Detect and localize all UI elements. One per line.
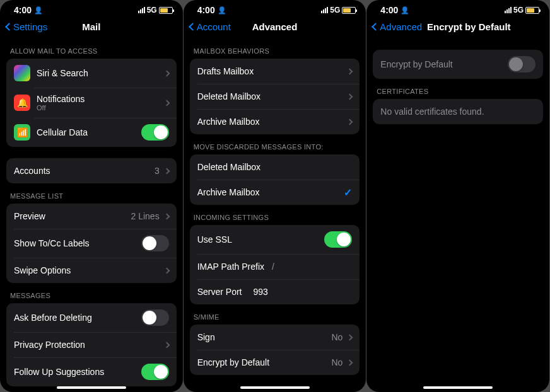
row-label: Sign	[197, 332, 332, 342]
row-label: Privacy Protection	[14, 340, 162, 350]
section-certificates: CERTIFICATES	[366, 79, 549, 99]
row-imap-prefix[interactable]: IMAP Path Prefix /	[190, 254, 360, 279]
back-label: Advanced	[380, 21, 422, 32]
row-follow-up[interactable]: Follow Up Suggestions	[6, 357, 177, 386]
row-label: Accounts	[14, 166, 155, 176]
section-discarded: MOVE DISCARDED MESSAGES INTO:	[184, 134, 366, 154]
advanced-settings-screen: 4:00 👤 5G Account Advanced MAILBOX BEHAV…	[184, 0, 366, 392]
section-incoming: INCOMING SETTINGS	[184, 205, 366, 225]
ssl-toggle[interactable]	[324, 231, 352, 248]
checkmark-icon: ✓	[344, 187, 352, 199]
row-value: /	[272, 262, 274, 272]
home-indicator[interactable]	[57, 386, 126, 389]
row-value: No	[331, 357, 342, 367]
row-label: Deleted Mailbox	[197, 162, 353, 172]
row-encrypt-default[interactable]: Encrypt by Default	[373, 50, 543, 79]
row-accounts[interactable]: Accounts 3	[6, 158, 177, 183]
nav-bar: Advanced Encrypt by Default	[366, 18, 549, 38]
network-label: 5G	[330, 6, 340, 14]
row-drafts-mailbox[interactable]: Drafts Mailbox	[190, 59, 360, 84]
battery-icon	[525, 7, 539, 14]
status-bar: 4:00 👤 5G	[0, 0, 183, 18]
back-label: Account	[197, 21, 231, 32]
home-indicator[interactable]	[423, 386, 493, 389]
back-button[interactable]: Settings	[6, 21, 47, 32]
row-option-deleted[interactable]: Deleted Mailbox	[190, 154, 360, 180]
chevron-left-icon	[5, 23, 13, 31]
row-encrypt-default[interactable]: Encrypt by Default No	[190, 350, 360, 375]
chevron-right-icon	[163, 342, 170, 348]
row-deleted-mailbox[interactable]: Deleted Mailbox	[190, 84, 360, 109]
section-mailbox-behaviors: MAILBOX BEHAVIORS	[184, 38, 366, 59]
status-time: 4:00	[197, 5, 215, 15]
chevron-right-icon	[347, 118, 353, 125]
chevron-right-icon	[347, 68, 353, 74]
mail-settings-screen: 4:00 👤 5G Settings Mail ALLOW MAIL TO AC…	[0, 0, 183, 392]
row-cellular-data[interactable]: 📶 Cellular Data	[6, 118, 177, 147]
status-time: 4:00	[380, 5, 398, 15]
show-tocc-toggle[interactable]	[141, 235, 169, 251]
row-label: Preview	[14, 211, 131, 221]
section-allow-access: ALLOW MAIL TO ACCESS	[0, 38, 183, 59]
signal-icon	[505, 7, 512, 13]
row-label: Encrypt by Default	[197, 357, 332, 367]
row-preview[interactable]: Preview 2 Lines	[6, 204, 177, 229]
row-archive-mailbox[interactable]: Archive Mailbox	[190, 109, 360, 134]
row-server-port[interactable]: Server Port 993	[190, 279, 360, 304]
siri-icon	[14, 65, 30, 81]
battery-icon	[342, 7, 356, 14]
back-button[interactable]: Advanced	[373, 21, 422, 32]
row-label: Cellular Data	[37, 127, 141, 137]
profile-icon: 👤	[218, 6, 226, 14]
row-swipe-options[interactable]: Swipe Options	[6, 258, 177, 283]
row-label: Use SSL	[197, 234, 325, 245]
row-label: Ask Before Deleting	[14, 313, 141, 323]
status-time: 4:00	[14, 5, 32, 15]
chevron-right-icon	[163, 100, 170, 106]
chevron-left-icon	[372, 23, 380, 31]
section-message-list: MESSAGE LIST	[0, 183, 183, 204]
chevron-right-icon	[163, 70, 170, 76]
signal-icon	[321, 7, 328, 13]
page-title: Encrypt by Default	[427, 21, 511, 32]
row-value: 2 Lines	[131, 211, 160, 221]
row-value: No	[331, 332, 342, 342]
row-value: 993	[253, 287, 267, 297]
row-notifications[interactable]: 🔔 Notifications Off	[6, 88, 177, 118]
row-value: 3	[155, 166, 160, 176]
row-privacy-protection[interactable]: Privacy Protection	[6, 332, 177, 357]
row-option-archive[interactable]: Archive Mailbox ✓	[190, 180, 360, 205]
row-label: Follow Up Suggestions	[14, 367, 141, 377]
row-label: Notifications Off	[37, 94, 162, 112]
followup-toggle[interactable]	[141, 364, 169, 380]
encrypt-toggle[interactable]	[508, 56, 535, 72]
row-label: Server Port	[197, 287, 242, 297]
notifications-icon: 🔔	[14, 95, 30, 111]
row-use-ssl[interactable]: Use SSL	[190, 225, 360, 254]
row-siri-search[interactable]: Siri & Search	[6, 59, 177, 88]
back-label: Settings	[13, 21, 47, 32]
chevron-right-icon	[163, 267, 170, 274]
row-ask-delete[interactable]: Ask Before Deleting	[6, 303, 177, 332]
network-label: 5G	[513, 6, 524, 14]
back-button[interactable]: Account	[190, 21, 231, 32]
row-label: Archive Mailbox	[197, 117, 346, 127]
ask-delete-toggle[interactable]	[141, 309, 169, 326]
battery-icon	[159, 7, 173, 14]
row-label: Deleted Mailbox	[197, 91, 346, 101]
row-no-certificates: No valid certificates found.	[373, 99, 543, 124]
row-sign[interactable]: Sign No	[190, 325, 360, 350]
chevron-right-icon	[163, 213, 170, 219]
row-label: Encrypt by Default	[380, 59, 508, 69]
cellular-toggle[interactable]	[141, 124, 169, 141]
row-show-tocc[interactable]: Show To/Cc Labels	[6, 229, 177, 258]
row-label: Drafts Mailbox	[197, 66, 346, 76]
row-label: Archive Mailbox	[197, 187, 344, 197]
row-label: Swipe Options	[14, 265, 162, 275]
row-label: IMAP Path Prefix	[197, 262, 264, 272]
home-indicator[interactable]	[240, 386, 310, 389]
encrypt-default-screen: 4:00 👤 5G Advanced Encrypt by Default En…	[366, 0, 549, 392]
row-label: Siri & Search	[37, 68, 162, 78]
nav-bar: Settings Mail	[0, 18, 183, 38]
chevron-left-icon	[189, 23, 197, 31]
